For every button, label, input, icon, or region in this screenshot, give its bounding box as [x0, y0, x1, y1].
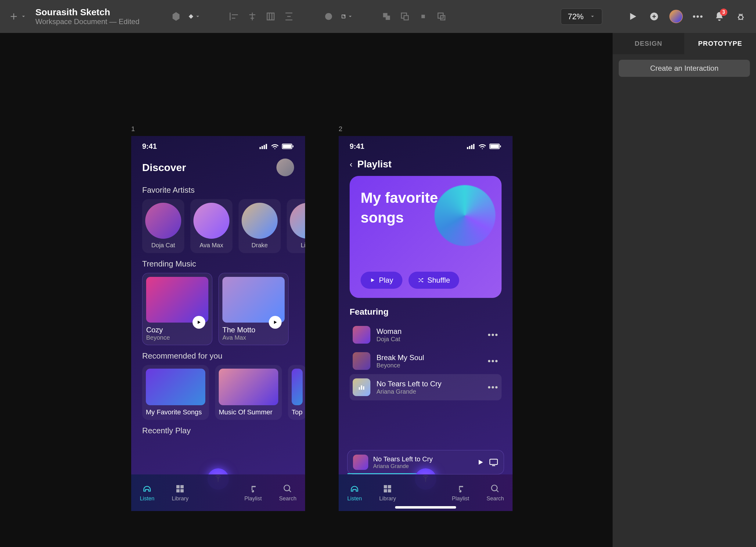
svg-rect-38 [388, 489, 391, 492]
document-subtitle: Workspace Document — Edited [35, 17, 139, 26]
bottom-nav: Listen Library Playlist Search [131, 474, 305, 511]
nav-library[interactable]: Library [379, 484, 396, 502]
nav-search[interactable]: Search [487, 484, 504, 502]
play-icon[interactable] [477, 459, 484, 466]
shape-diamond-icon[interactable] [188, 10, 200, 23]
hero-artwork [434, 185, 495, 246]
svg-rect-10 [260, 147, 261, 149]
artist-card[interactable]: Drake [239, 199, 281, 253]
track-more-icon[interactable]: ••• [488, 382, 499, 392]
svg-rect-5 [421, 15, 425, 18]
svg-rect-21 [181, 489, 184, 492]
artist-card[interactable]: Ava Max [190, 199, 232, 253]
svg-rect-24 [469, 146, 470, 149]
boolean-difference-icon[interactable] [435, 10, 448, 23]
align-left-icon[interactable] [228, 10, 240, 23]
status-icons [259, 143, 294, 149]
svg-rect-29 [500, 146, 501, 147]
artboard-discover[interactable]: 9:41 Discover Favorite Artists Doja Cat … [131, 136, 305, 511]
svg-rect-15 [283, 145, 291, 148]
more-menu-icon[interactable]: ••• [692, 10, 704, 23]
trending-card[interactable]: The Motto Ava Max [218, 273, 289, 345]
preview-play-icon[interactable] [627, 10, 639, 23]
nav-search[interactable]: Search [279, 484, 297, 502]
svg-rect-23 [467, 147, 469, 149]
section-recent: Recently Play [131, 420, 305, 440]
nav-playlist[interactable]: Playlist [244, 484, 262, 502]
svg-rect-4 [404, 16, 408, 20]
user-avatar[interactable] [669, 10, 683, 23]
align-group-icon[interactable] [265, 10, 277, 23]
recommendation-card[interactable]: Top o [288, 365, 305, 420]
svg-rect-19 [181, 485, 184, 488]
track-more-icon[interactable]: ••• [488, 330, 499, 340]
svg-rect-12 [264, 145, 265, 149]
mask-icon[interactable] [322, 10, 335, 23]
play-button[interactable]: Play [361, 272, 402, 289]
artist-card[interactable]: Doja Cat [142, 199, 184, 253]
svg-rect-16 [293, 146, 293, 147]
shape-hexagon-icon[interactable] [170, 10, 182, 23]
document-title-area: Sourasith Sketch Workspace Document — Ed… [35, 7, 139, 26]
playlist-title: My favorite songs [361, 188, 439, 228]
boolean-union-icon[interactable] [380, 10, 393, 23]
top-toolbar: Sourasith Sketch Workspace Document — Ed… [0, 0, 756, 33]
profile-avatar[interactable] [276, 159, 294, 176]
screen-header: Playlist [357, 159, 391, 170]
nav-listen[interactable]: Listen [347, 484, 362, 502]
track-row[interactable]: WomanDoja Cat••• [350, 322, 502, 348]
bottom-nav: Listen Library Playlist Search [339, 474, 513, 511]
status-icons [467, 143, 502, 149]
notification-badge: 3 [720, 9, 727, 16]
artboard-label[interactable]: 2 [339, 125, 513, 133]
svg-rect-36 [388, 485, 391, 488]
section-featuring: Featuring [350, 307, 502, 317]
svg-rect-37 [384, 489, 387, 492]
cloud-add-icon[interactable] [648, 10, 660, 23]
play-icon[interactable] [269, 316, 282, 329]
notifications-icon[interactable]: 3 [713, 10, 725, 23]
artboard-playlist[interactable]: 9:41 ‹ Playlist My favorite songs Play [339, 136, 513, 511]
bug-icon[interactable] [735, 10, 747, 23]
svg-rect-32 [363, 386, 364, 390]
svg-rect-18 [176, 485, 180, 488]
svg-rect-28 [490, 145, 499, 148]
distribute-icon[interactable] [283, 10, 295, 23]
tab-design[interactable]: DESIGN [613, 33, 684, 54]
boolean-intersect-icon[interactable] [417, 10, 429, 23]
track-row[interactable]: Break My SoulBeyonce••• [350, 348, 502, 374]
resize-icon[interactable] [341, 10, 353, 23]
align-center-icon[interactable] [246, 10, 258, 23]
nav-listen[interactable]: Listen [140, 484, 154, 502]
svg-point-1 [325, 13, 332, 20]
svg-rect-20 [176, 489, 180, 492]
trending-card[interactable]: Cozy Beyonce [142, 273, 212, 345]
status-time: 9:41 [142, 142, 157, 151]
artboard-label[interactable]: 1 [131, 125, 305, 133]
cast-icon[interactable] [489, 458, 498, 466]
tab-prototype[interactable]: PROTOTYPE [684, 33, 756, 54]
recommendation-card[interactable]: My Favorite Songs [142, 365, 209, 420]
add-button[interactable] [9, 12, 26, 21]
artist-card[interactable]: Lizzo [287, 199, 305, 253]
svg-rect-0 [267, 13, 274, 20]
canvas-area[interactable]: 1 9:41 Discover Favorite Artists Doja [0, 33, 613, 547]
zoom-value: 72% [568, 12, 584, 21]
zoom-selector[interactable]: 72% [561, 9, 602, 25]
track-row[interactable]: No Tears Left to CryAriana Grande••• [350, 374, 502, 400]
boolean-subtract-icon[interactable] [399, 10, 411, 23]
shuffle-button[interactable]: Shuffle [409, 272, 459, 289]
nav-playlist[interactable]: Playlist [452, 484, 469, 502]
recommendation-card[interactable]: Music Of Summer [215, 365, 282, 420]
svg-rect-35 [384, 485, 387, 488]
track-more-icon[interactable]: ••• [488, 356, 499, 366]
create-interaction-button[interactable]: Create an Interaction [619, 60, 750, 77]
svg-rect-26 [473, 144, 475, 149]
svg-point-22 [284, 485, 290, 491]
nav-library[interactable]: Library [172, 484, 189, 502]
playlist-hero: My favorite songs Play Shuffle [350, 176, 502, 298]
play-icon[interactable] [193, 316, 205, 329]
back-chevron-icon[interactable]: ‹ [350, 160, 352, 169]
status-time: 9:41 [350, 142, 364, 151]
screen-title: Discover [142, 162, 186, 174]
